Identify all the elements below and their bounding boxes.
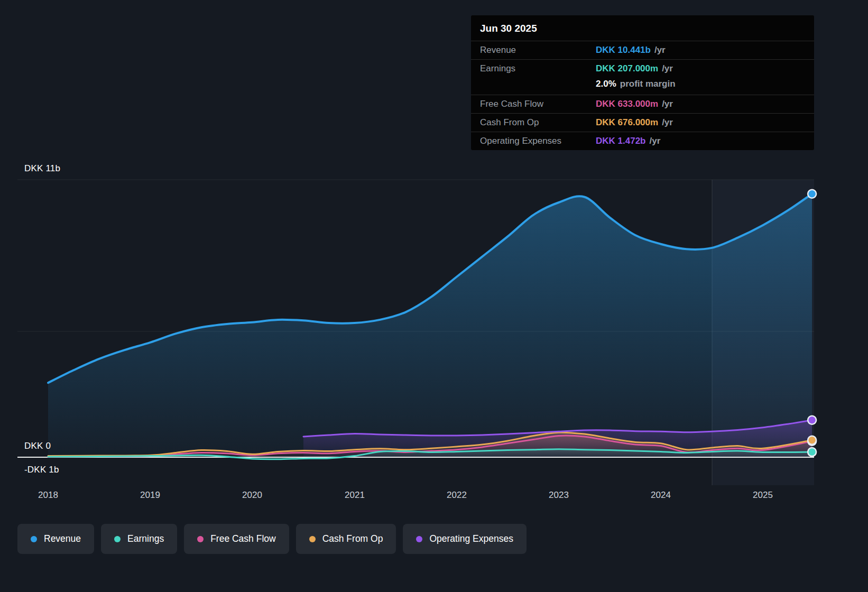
tooltip-label: Free Cash Flow — [480, 99, 596, 109]
legend-item-cash-from-op[interactable]: Cash From Op — [296, 524, 396, 554]
tooltip-suffix: /yr — [649, 136, 660, 146]
tooltip-date: Jun 30 2025 — [471, 15, 814, 41]
tooltip-suffix: /yr — [662, 117, 673, 127]
chart-legend: Revenue Earnings Free Cash Flow Cash Fro… — [17, 524, 527, 554]
x-axis-label-2024: 2024 — [651, 490, 671, 501]
operating-expenses-dot-icon — [416, 536, 422, 542]
legend-item-revenue[interactable]: Revenue — [17, 524, 94, 554]
tooltip-value: DKK 676.000m — [596, 117, 658, 127]
tooltip-label: Revenue — [480, 45, 596, 56]
x-axis-label-2023: 2023 — [549, 490, 569, 501]
tooltip-row-cash-from-op: Cash From Op DKK 676.000m/yr — [471, 113, 814, 132]
legend-item-free-cash-flow[interactable]: Free Cash Flow — [184, 524, 289, 554]
x-axis-label-2021: 2021 — [345, 490, 365, 501]
tooltip-value: DKK 207.000m — [596, 63, 658, 73]
legend-label: Revenue — [44, 533, 81, 544]
chart-page: DKK 11b DKK 0 -DKK 1b 2018 2019 2020 202… — [0, 0, 868, 592]
y-axis-label-negative: -DKK 1b — [24, 465, 59, 475]
free-cash-flow-dot-icon — [197, 536, 204, 542]
tooltip-suffix: profit margin — [620, 79, 676, 89]
marker-opex — [808, 416, 816, 424]
y-axis-label-zero: DKK 0 — [24, 441, 51, 451]
earnings-dot-icon — [114, 536, 121, 542]
cash-from-op-dot-icon — [309, 536, 316, 542]
tooltip-value: 2.0% — [596, 79, 616, 89]
x-axis-label-2022: 2022 — [447, 490, 467, 501]
chart-tooltip: Jun 30 2025 Revenue DKK 10.441b/yr Earni… — [471, 15, 814, 150]
legend-label: Operating Expenses — [429, 533, 513, 544]
legend-item-operating-expenses[interactable]: Operating Expenses — [403, 524, 527, 554]
tooltip-row-earnings: Earnings DKK 207.000m/yr — [471, 59, 814, 78]
tooltip-value: DKK 1.472b — [596, 136, 645, 146]
revenue-dot-icon — [31, 536, 37, 542]
tooltip-suffix: /yr — [654, 45, 666, 55]
tooltip-suffix: /yr — [662, 63, 673, 73]
tooltip-row-revenue: Revenue DKK 10.441b/yr — [471, 41, 814, 59]
tooltip-label: Earnings — [480, 63, 596, 74]
x-axis-label-2025: 2025 — [753, 490, 773, 501]
tooltip-suffix: /yr — [662, 99, 673, 109]
tooltip-value: DKK 10.441b — [596, 45, 651, 55]
marker-revenue — [808, 190, 816, 198]
tooltip-row-operating-expenses: Operating Expenses DKK 1.472b/yr — [471, 132, 814, 150]
tooltip-value: DKK 633.000m — [596, 99, 658, 109]
y-axis-label-top: DKK 11b — [24, 163, 60, 174]
legend-label: Earnings — [127, 533, 164, 544]
x-axis-label-2019: 2019 — [140, 490, 160, 501]
tooltip-label: Operating Expenses — [480, 136, 596, 146]
legend-label: Free Cash Flow — [210, 533, 276, 544]
tooltip-label: Cash From Op — [480, 117, 596, 128]
series-area-fills — [48, 194, 812, 459]
legend-item-earnings[interactable]: Earnings — [101, 524, 177, 554]
x-axis-label-2018: 2018 — [38, 490, 58, 501]
legend-label: Cash From Op — [322, 533, 383, 544]
marker-cashop — [808, 436, 816, 445]
tooltip-row-free-cash-flow: Free Cash Flow DKK 633.000m/yr — [471, 95, 814, 113]
tooltip-row-profit-margin: 2.0%profit margin — [471, 78, 814, 95]
x-axis-label-2020: 2020 — [242, 490, 262, 501]
area-revenue — [48, 194, 812, 457]
marker-earnings — [808, 448, 816, 456]
